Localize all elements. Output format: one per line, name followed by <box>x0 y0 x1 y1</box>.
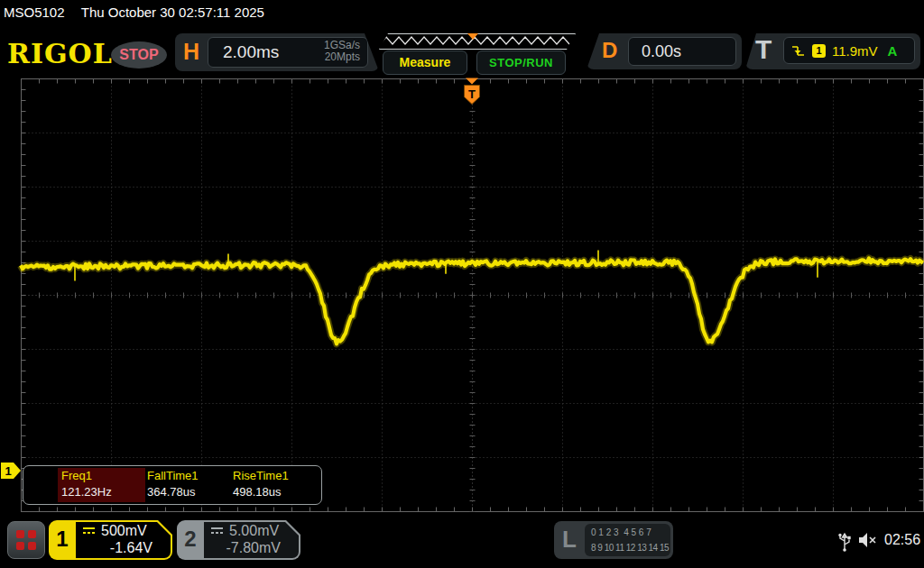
dc-coupling-icon <box>211 527 225 536</box>
measurement-label[interactable]: Freq1 <box>61 469 92 482</box>
horizontal-panel[interactable]: H 2.00ms 1GSa/s 20Mpts <box>175 33 379 71</box>
logic-channels-badge[interactable]: L 0 1 2 3 4 5 6 78 9 10 11 12 13 14 15 <box>554 521 673 559</box>
channel-1-scale-row: 500mV <box>83 523 147 539</box>
logic-row-1: 0 1 2 3 4 5 6 7 <box>591 527 651 537</box>
channel-1-offset: -1.64V <box>110 540 152 556</box>
measurement-label[interactable]: FallTime1 <box>147 469 199 482</box>
dc-coupling-icon <box>83 527 97 536</box>
channel-1-number: 1 <box>49 527 76 552</box>
svg-text:1: 1 <box>5 464 11 478</box>
title-bar: MSO5102 Thu October 30 02:57:11 2025 <box>0 0 924 27</box>
delay-label: D <box>602 38 617 63</box>
trigger-source-badge: 1 <box>812 44 826 58</box>
trigger-panel[interactable]: T 1 11.9mV A <box>745 33 920 69</box>
acquisition-status-badge: STOP <box>111 41 167 69</box>
red-square-icon <box>28 542 36 550</box>
trigger-slope-icon <box>791 44 806 58</box>
rigol-logo: RIGOL <box>7 38 113 69</box>
red-square-icon <box>16 542 24 550</box>
horizontal-inner: 2.00ms 1GSa/s 20Mpts <box>208 37 368 68</box>
trigger-inner: 1 11.9mV A <box>783 37 915 64</box>
stop-run-button[interactable]: STOP/RUN <box>476 50 566 75</box>
channel-2-offset: -7.80mV <box>226 540 281 556</box>
sample-rate-block: 1GSa/s 20Mpts <box>324 40 360 63</box>
delay-value: 0.00s <box>642 42 681 61</box>
red-square-icon <box>16 530 24 538</box>
timebase-value: 2.00ms <box>223 42 279 62</box>
logic-label: L <box>562 526 577 554</box>
measurement-label[interactable]: RiseTime1 <box>233 469 289 482</box>
measure-button[interactable]: Measure <box>383 50 467 75</box>
delay-inner: 0.00s <box>628 37 736 66</box>
horizontal-label: H <box>183 39 199 65</box>
measurement-value: 498.18us <box>233 485 282 499</box>
speaker-muted-icon[interactable] <box>857 532 879 548</box>
oscilloscope-screen: MSO5102 Thu October 30 02:57:11 2025 RIG… <box>0 0 924 568</box>
channel-2-scale-row: 5.00mV <box>211 523 279 539</box>
channel-1-badge[interactable]: 1 500mV -1.64V <box>49 520 172 560</box>
measurement-value: 364.78us <box>147 485 196 499</box>
datetime-label: Thu October 30 02:57:11 2025 <box>81 5 264 20</box>
usb-icon <box>837 530 852 552</box>
svg-text:T: T <box>468 87 476 101</box>
measurement-value: 121.23Hz <box>61 485 112 499</box>
memory-depth: 20Mpts <box>324 51 360 63</box>
delay-panel[interactable]: D 0.00s <box>587 33 742 69</box>
red-square-icon <box>28 530 36 538</box>
overview-trigger-position-icon <box>467 33 478 40</box>
channel-2-number: 2 <box>177 527 204 552</box>
logic-row-2: 8 9 10 11 12 13 14 15 <box>591 543 669 553</box>
trigger-mode: A <box>888 43 898 59</box>
trigger-label: T <box>755 34 772 65</box>
channel-1-scale: 500mV <box>101 523 147 539</box>
channel-2-scale: 5.00mV <box>229 523 279 539</box>
logic-channel-list: 0 1 2 3 4 5 6 78 9 10 11 12 13 14 15 <box>585 524 670 556</box>
channel-2-badge[interactable]: 2 5.00mV -7.80mV <box>177 520 300 560</box>
measurement-results-box: Freq1 121.23Hz FallTime1 364.78us RiseTi… <box>23 465 322 505</box>
function-grid-button[interactable] <box>7 521 45 559</box>
model-name: MSO5102 <box>4 5 65 20</box>
trigger-level-value: 11.9mV <box>832 43 878 59</box>
clock-label: 02:56 <box>884 532 920 548</box>
